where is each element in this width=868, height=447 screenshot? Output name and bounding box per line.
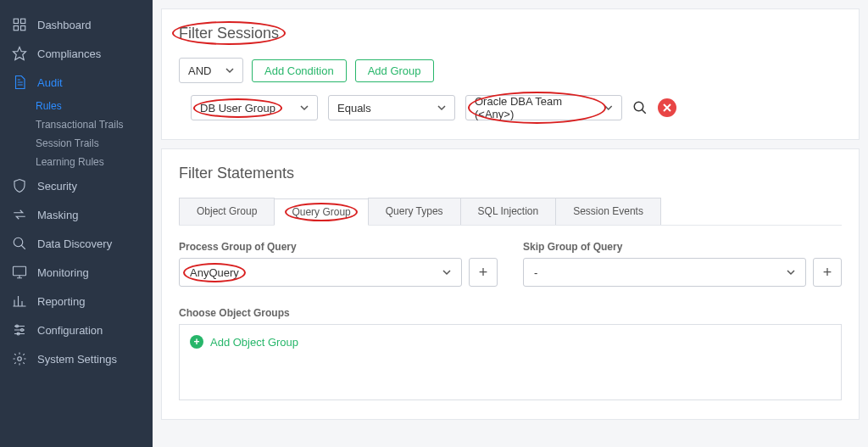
bars-icon bbox=[12, 293, 27, 309]
query-group-fields: Process Group of Query AnyQuery + Skip G… bbox=[179, 241, 842, 287]
chevron-down-icon bbox=[787, 268, 795, 277]
chevron-down-icon bbox=[437, 103, 446, 112]
filter-sessions-card: Filter Sessions AND Add Condition Add Gr… bbox=[161, 8, 860, 140]
sidebar-sub-learning-rules[interactable]: Learning Rules bbox=[0, 153, 153, 171]
choose-object-groups-label: Choose Object Groups bbox=[179, 307, 842, 319]
sidebar-item-label: Dashboard bbox=[37, 19, 92, 31]
tab-query-types[interactable]: Query Types bbox=[368, 198, 461, 225]
condition-value-select[interactable]: Oracle DBA Team (<Any>) bbox=[465, 95, 622, 120]
process-group-select[interactable]: AnyQuery bbox=[179, 258, 462, 287]
tab-query-group[interactable]: Query Group bbox=[274, 198, 368, 226]
statement-tabs: Object Group Query Group Query Types SQL… bbox=[179, 198, 842, 226]
svg-point-11 bbox=[634, 102, 643, 111]
sidebar-item-masking[interactable]: Masking bbox=[0, 200, 153, 229]
monitor-icon bbox=[12, 265, 27, 280]
svg-rect-0 bbox=[14, 19, 18, 23]
sliders-icon bbox=[12, 322, 27, 338]
chevron-down-icon bbox=[300, 103, 309, 112]
chevron-down-icon bbox=[442, 268, 451, 277]
chevron-down-icon bbox=[604, 103, 613, 112]
sidebar-item-label: Data Discovery bbox=[37, 237, 112, 250]
filter-statements-title: Filter Statements bbox=[179, 165, 842, 182]
svg-marker-4 bbox=[14, 47, 26, 60]
sidebar-item-label: Audit bbox=[37, 76, 63, 89]
doc-icon bbox=[12, 75, 27, 90]
condition-row: DB User Group Equals Oracle DBA Team (<A… bbox=[179, 95, 842, 120]
sidebar-item-monitoring[interactable]: Monitoring bbox=[0, 258, 153, 287]
condition-field-select[interactable]: DB User Group bbox=[191, 95, 318, 120]
svg-rect-2 bbox=[14, 26, 18, 31]
sidebar-item-label: Security bbox=[37, 180, 77, 193]
gear-icon bbox=[12, 351, 27, 366]
sidebar: Dashboard Compliances Audit Rules Transa… bbox=[0, 0, 153, 447]
svg-rect-3 bbox=[21, 26, 25, 31]
skip-group-select[interactable]: - bbox=[523, 258, 806, 287]
close-icon bbox=[663, 103, 671, 112]
svg-point-10 bbox=[18, 357, 22, 361]
sidebar-item-security[interactable]: Security bbox=[0, 171, 153, 200]
filter-sessions-title: Filter Sessions bbox=[179, 25, 842, 42]
filter-statements-card: Filter Statements Object Group Query Gro… bbox=[161, 148, 860, 420]
sidebar-item-compliances[interactable]: Compliances bbox=[0, 39, 153, 68]
sidebar-item-audit[interactable]: Audit bbox=[0, 68, 153, 97]
sidebar-sub-transactional-trails[interactable]: Transactional Trails bbox=[0, 115, 153, 134]
sidebar-item-label: Monitoring bbox=[37, 266, 89, 279]
star-icon bbox=[12, 46, 27, 61]
logic-selector[interactable]: AND bbox=[179, 58, 243, 83]
delete-condition-button[interactable] bbox=[658, 98, 676, 117]
sidebar-item-system-settings[interactable]: System Settings bbox=[0, 344, 153, 373]
svg-point-5 bbox=[14, 237, 23, 247]
condition-operator-select[interactable]: Equals bbox=[328, 95, 455, 120]
sidebar-item-label: Masking bbox=[37, 209, 78, 221]
magnify-icon bbox=[12, 236, 27, 251]
sidebar-item-label: Compliances bbox=[37, 47, 101, 60]
tab-object-group[interactable]: Object Group bbox=[179, 198, 275, 225]
sidebar-sub-rules[interactable]: Rules bbox=[0, 97, 153, 115]
sidebar-item-configuration[interactable]: Configuration bbox=[0, 316, 153, 344]
search-icon[interactable] bbox=[632, 100, 648, 115]
add-condition-button[interactable]: Add Condition bbox=[252, 59, 347, 82]
add-skip-group-button[interactable]: + bbox=[813, 258, 842, 287]
process-group-label: Process Group of Query bbox=[179, 241, 498, 253]
add-process-group-button[interactable]: + bbox=[469, 258, 498, 287]
skip-group-label: Skip Group of Query bbox=[523, 241, 842, 253]
swap-icon bbox=[12, 207, 27, 222]
sidebar-item-reporting[interactable]: Reporting bbox=[0, 287, 153, 316]
filter-sessions-toolbar: AND Add Condition Add Group bbox=[179, 58, 842, 83]
grid-icon bbox=[12, 17, 27, 32]
sidebar-item-label: Configuration bbox=[37, 324, 103, 337]
tab-session-events[interactable]: Session Events bbox=[555, 198, 661, 225]
sidebar-item-label: System Settings bbox=[37, 353, 117, 366]
chevron-down-icon bbox=[225, 66, 234, 75]
add-group-button[interactable]: Add Group bbox=[355, 59, 434, 82]
sidebar-item-data-discovery[interactable]: Data Discovery bbox=[0, 229, 153, 258]
tab-sql-injection[interactable]: SQL Injection bbox=[460, 198, 557, 225]
add-object-group-button[interactable]: + Add Object Group bbox=[190, 335, 831, 349]
shield-icon bbox=[12, 178, 27, 193]
object-groups-box: + Add Object Group bbox=[179, 324, 842, 400]
main-content: Filter Sessions AND Add Condition Add Gr… bbox=[153, 0, 868, 447]
svg-rect-6 bbox=[14, 266, 26, 276]
plus-circle-icon: + bbox=[190, 335, 203, 349]
sidebar-item-dashboard[interactable]: Dashboard bbox=[0, 10, 153, 39]
svg-rect-1 bbox=[21, 19, 25, 23]
sidebar-sub-session-trails[interactable]: Session Trails bbox=[0, 134, 153, 153]
sidebar-item-label: Reporting bbox=[37, 295, 85, 308]
